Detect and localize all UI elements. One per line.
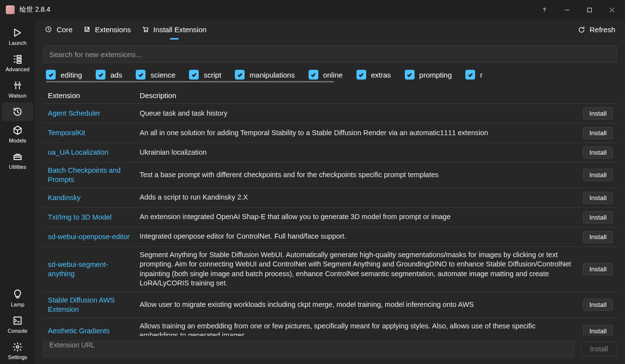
extension-link[interactable]: Aesthetic Gradients <box>48 326 110 336</box>
filter-label: ads <box>110 71 122 79</box>
install-button[interactable]: Install <box>583 192 613 204</box>
sidebar-item-advanced[interactable]: Advanced <box>2 50 33 76</box>
filter-editing[interactable]: editing <box>46 70 82 80</box>
clock-icon <box>45 26 53 34</box>
close-button[interactable] <box>601 2 623 18</box>
checkbox-icon <box>309 70 318 80</box>
filter-extras[interactable]: extras <box>356 70 391 80</box>
install-button[interactable]: Install <box>583 325 613 336</box>
extension-link[interactable]: ua_UA Localization <box>48 148 108 157</box>
extension-desc: Allow user to migrate existing workloads… <box>135 292 578 318</box>
filter-label: manipulations <box>250 71 295 79</box>
history-icon <box>12 106 23 117</box>
gear-icon <box>12 342 23 352</box>
filter-label: science <box>150 71 175 79</box>
tab-label: Extensions <box>95 25 131 34</box>
sidebar-item-utilities[interactable]: Utilities <box>2 147 33 174</box>
install-button[interactable]: Install <box>583 211 613 223</box>
install-button[interactable]: Install <box>583 299 613 311</box>
extension-link[interactable]: Agent Scheduler <box>48 109 100 118</box>
extension-link[interactable]: Txt/Img to 3D Model <box>48 213 112 222</box>
install-button[interactable]: Install <box>583 169 613 181</box>
footer-install-button[interactable]: Install <box>581 342 617 356</box>
list-details-icon <box>12 54 23 64</box>
play-icon <box>12 27 23 38</box>
extension-desc: Adds a script to run Kandinsky 2.X <box>135 188 578 207</box>
extension-desc: An all in one solution for adding Tempor… <box>135 123 578 142</box>
bulb-icon <box>12 289 23 300</box>
sidebar-item-lamp[interactable]: Lamp <box>2 285 33 311</box>
table-row: sd-webui-openpose-editorIntegrated openp… <box>43 227 617 247</box>
extension-link[interactable]: TemporalKit <box>48 128 85 138</box>
sidebar-label: Launch <box>9 40 26 46</box>
extension-link[interactable]: Kandinsky <box>48 193 81 202</box>
sidebar-label: Console <box>8 328 27 334</box>
filter-label: extras <box>371 71 391 79</box>
filter-r[interactable]: r <box>465 70 482 80</box>
tab-core[interactable]: Core <box>45 25 73 40</box>
extension-desc: Segment Anything for Stable Diffusion We… <box>135 247 578 292</box>
sidebar-item-models[interactable]: Models <box>2 121 33 147</box>
extension-url-input[interactable] <box>49 341 568 349</box>
extension-desc: Test a base prompt with different checkp… <box>135 162 578 188</box>
table-row: TemporalKitAn all in one solution for ad… <box>43 123 617 143</box>
install-button[interactable]: Install <box>583 107 613 120</box>
refresh-label: Refresh <box>589 25 615 34</box>
puzzle-icon <box>83 26 91 34</box>
help-button[interactable] <box>533 2 556 18</box>
filter-label: editing <box>61 71 82 79</box>
maximize-button[interactable] <box>578 2 601 18</box>
install-button[interactable]: Install <box>583 127 613 139</box>
sidebar-item-console[interactable]: Console <box>2 311 33 338</box>
cart-icon <box>142 26 149 34</box>
refresh-button[interactable]: Refresh <box>578 25 615 40</box>
extension-link[interactable]: sd-webui-segment-anything <box>48 260 130 279</box>
tab-install-extension[interactable]: Install Extension <box>142 25 207 40</box>
sidebar-item-launch[interactable]: Launch <box>2 23 33 50</box>
svg-rect-0 <box>587 8 591 12</box>
checkbox-icon <box>405 70 415 80</box>
filter-prompting[interactable]: prompting <box>405 70 452 80</box>
tools-icon <box>12 80 23 91</box>
search-input[interactable] <box>49 50 611 59</box>
table-row: Batch Checkpoints and PromptsTest a base… <box>43 162 617 188</box>
table-row: Txt/Img to 3D ModelAn extension integrat… <box>43 208 617 227</box>
extension-url-wrap[interactable] <box>43 341 575 357</box>
install-button[interactable]: Install <box>583 146 613 159</box>
extension-desc: An extension integrated OpenAI Shap-E th… <box>135 208 578 227</box>
sidebar-label: Watson <box>9 93 27 99</box>
checkbox-icon <box>235 70 245 80</box>
cube-icon <box>12 125 23 136</box>
tab-extensions[interactable]: Extensions <box>83 25 131 40</box>
extension-link[interactable]: Stable Diffusion AWS Extension <box>48 296 130 314</box>
table-row: sd-webui-segment-anythingSegment Anythin… <box>43 247 617 292</box>
col-header-extension: Extension <box>43 87 135 103</box>
table-row: Agent SchedulerQueue task and task histo… <box>43 104 617 123</box>
filter-ads[interactable]: ads <box>96 70 122 80</box>
filter-online[interactable]: online <box>309 70 343 80</box>
extension-link[interactable]: sd-webui-openpose-editor <box>48 232 130 242</box>
sidebar: LaunchAdvancedWatsonModelsUtilities Lamp… <box>0 20 35 364</box>
table-row: KandinskyAdds a script to run Kandinsky … <box>43 188 617 208</box>
sidebar-item-history[interactable] <box>2 102 33 121</box>
table-row: ua_UA LocalizationUkrainian localization… <box>43 143 617 162</box>
filter-script[interactable]: script <box>189 70 221 80</box>
sidebar-item-settings[interactable]: Settings <box>2 338 33 364</box>
search-input-wrap[interactable] <box>43 45 617 63</box>
sidebar-item-watson[interactable]: Watson <box>2 76 33 102</box>
filter-manipulations[interactable]: manipulations <box>235 70 295 80</box>
window-title: 绘世 2.8.4 <box>20 5 50 14</box>
toolbox-icon <box>12 151 23 162</box>
checkbox-icon <box>96 70 105 80</box>
extension-link[interactable]: Batch Checkpoints and Prompts <box>48 166 130 184</box>
install-button[interactable]: Install <box>583 263 613 275</box>
filter-label: online <box>323 71 343 79</box>
filter-science[interactable]: science <box>136 70 175 80</box>
install-button[interactable]: Install <box>583 231 613 243</box>
col-header-action <box>578 87 617 103</box>
filter-label: r <box>480 71 482 79</box>
col-header-description: Description <box>135 87 578 103</box>
minimize-button[interactable] <box>556 2 578 18</box>
checkbox-icon <box>46 70 56 80</box>
table-row: Aesthetic GradientsAllows training an em… <box>43 318 617 336</box>
